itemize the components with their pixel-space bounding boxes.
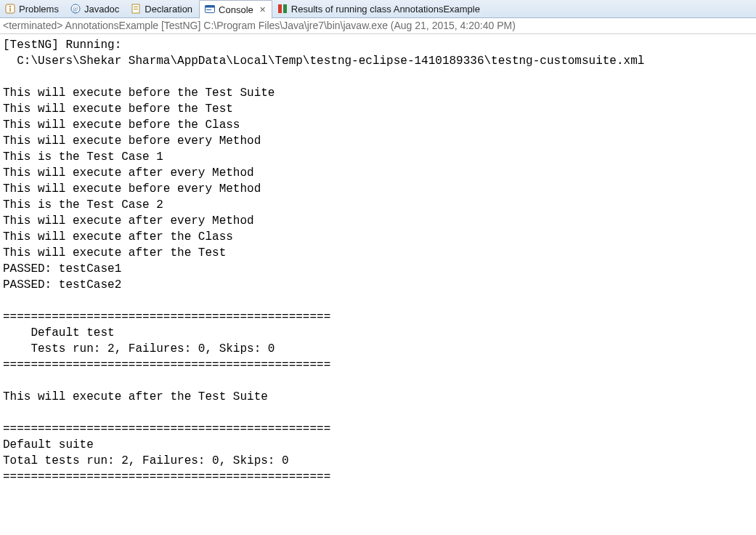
close-icon[interactable]: ✕ bbox=[259, 6, 266, 14]
launch-description: <terminated> AnnotationsExample [TestNG]… bbox=[0, 18, 756, 34]
svg-rect-9 bbox=[206, 6, 215, 8]
results-icon bbox=[277, 3, 288, 15]
console-icon bbox=[204, 4, 216, 15]
tab-label: Console bbox=[219, 4, 253, 15]
tab-declaration[interactable]: Declaration bbox=[126, 0, 199, 17]
terminated-status: <terminated> bbox=[3, 20, 63, 31]
svg-rect-6 bbox=[134, 7, 138, 7]
svg-rect-11 bbox=[278, 4, 282, 13]
svg-rect-7 bbox=[134, 9, 138, 9]
tab-label: Javadoc bbox=[84, 4, 119, 15]
tab-results[interactable]: Results of running class AnnotationsExam… bbox=[272, 0, 487, 17]
launch-cmdline: AnnotationsExample [TestNG] C:\Program F… bbox=[63, 20, 516, 31]
tab-console[interactable]: Console ✕ bbox=[199, 0, 272, 19]
svg-rect-12 bbox=[283, 4, 287, 13]
javadoc-icon: @ bbox=[70, 3, 81, 15]
svg-rect-10 bbox=[206, 9, 211, 10]
tab-label: Results of running class AnnotationsExam… bbox=[291, 4, 480, 15]
tab-label: Declaration bbox=[145, 4, 192, 15]
problems-icon bbox=[4, 3, 16, 15]
tab-problems[interactable]: Problems bbox=[0, 0, 65, 17]
svg-text:@: @ bbox=[73, 6, 78, 12]
svg-point-1 bbox=[9, 6, 11, 7]
tab-label: Problems bbox=[19, 4, 59, 15]
view-tab-bar: Problems @ Javadoc Declaration Console ✕… bbox=[0, 0, 756, 18]
console-output[interactable]: [TestNG] Running: C:\Users\Shekar Sharma… bbox=[0, 34, 756, 489]
tab-javadoc[interactable]: @ Javadoc bbox=[65, 0, 126, 17]
declaration-icon bbox=[130, 3, 142, 15]
svg-rect-2 bbox=[9, 8, 11, 12]
